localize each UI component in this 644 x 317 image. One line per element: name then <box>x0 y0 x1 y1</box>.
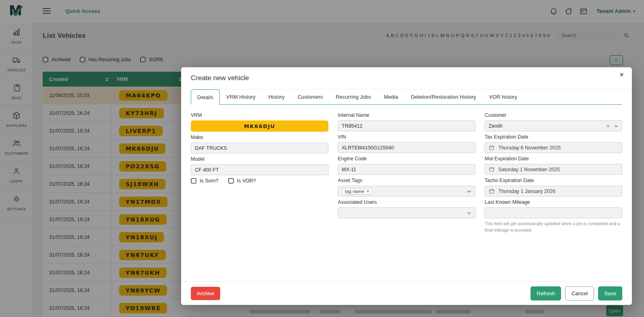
mileage-hint-text: This field will get automatically update… <box>485 220 622 233</box>
modal-title: Create new vehicle <box>191 74 249 82</box>
associated-users-select[interactable] <box>338 207 475 218</box>
modal-tabs: DetailsVRM HistoryHistoryCustomersRecurr… <box>191 89 622 105</box>
engine-code-input[interactable] <box>338 164 475 175</box>
asset-tags-field: Asset Tags tag name ✕ <box>338 178 475 197</box>
make-field: Make <box>191 135 328 153</box>
calendar-icon <box>489 145 495 151</box>
clear-customer-icon[interactable]: ✕ <box>606 123 610 128</box>
tab-customers[interactable]: Customers <box>291 89 329 104</box>
engine-code-field: Engine Code <box>338 156 475 175</box>
create-vehicle-modal: Create new vehicle ✕ DetailsVRM HistoryH… <box>181 67 632 305</box>
tax-expiration-input[interactable]: Thursday 6 November 2025 <box>485 142 622 153</box>
tab-history[interactable]: History <box>262 89 291 104</box>
make-input[interactable] <box>191 143 328 153</box>
chevron-down-icon <box>613 123 619 128</box>
mot-expiration-input[interactable]: Saturday 1 November 2025 <box>485 164 622 175</box>
archive-button[interactable]: Archive <box>191 287 220 300</box>
vin-field: VIN <box>338 134 475 153</box>
tab-vrm-history[interactable]: VRM History <box>220 89 262 104</box>
calendar-icon <box>489 188 495 194</box>
refresh-button[interactable]: Refresh <box>530 286 561 300</box>
tag-chip: tag name ✕ <box>342 188 373 195</box>
chevron-down-icon <box>466 189 472 194</box>
last-known-mileage-input[interactable] <box>485 207 622 218</box>
vrm-field: VRM <box>191 112 328 132</box>
tacho-expiration-field: Tacho Expiration Date Thursday 1 January… <box>485 178 622 197</box>
form-column-1: VRM Make Model Is Sorn? <box>191 112 328 184</box>
modal-header: Create new vehicle <box>181 67 632 89</box>
vehicle-form: VRM Make Model Is Sorn? <box>191 112 622 236</box>
footer-actions: Refresh Cancel Save <box>530 286 622 300</box>
vin-input[interactable] <box>338 142 475 153</box>
modal-footer: Archive Refresh Cancel Save <box>181 281 632 305</box>
asset-tags-select[interactable]: tag name ✕ <box>338 186 475 197</box>
cancel-button[interactable]: Cancel <box>565 286 594 300</box>
is-sorn-checkbox[interactable]: Is Sorn? <box>191 178 219 184</box>
tax-expiration-field: Tax Expiration Date Thursday 6 November … <box>485 134 622 153</box>
tab-deletion-restoration-history[interactable]: Deletion/Restoration History <box>405 89 483 104</box>
is-vor-checkbox[interactable]: Is VOR? <box>228 178 256 184</box>
save-button[interactable]: Save <box>598 286 622 300</box>
mot-expiration-field: Mot Expiration Date Saturday 1 November … <box>485 156 622 175</box>
tab-details[interactable]: Details <box>191 89 220 105</box>
checkbox-icon <box>228 178 234 184</box>
app-stage: M Quick Access <box>0 0 644 317</box>
internal-name-field: Internal Name <box>338 112 475 131</box>
internal-name-input[interactable] <box>338 120 475 131</box>
chevron-down-icon <box>466 210 472 215</box>
customer-field: Customer Zenith ✕ <box>485 112 622 131</box>
calendar-icon <box>489 166 495 172</box>
flags-row: Is Sorn? Is VOR? <box>191 178 328 184</box>
remove-tag-icon[interactable]: ✕ <box>366 189 369 193</box>
model-input[interactable] <box>191 164 328 175</box>
model-field: Model <box>191 156 328 175</box>
vrm-input[interactable] <box>191 120 328 132</box>
last-known-mileage-field: Last Known Mileage This field will get a… <box>485 199 622 233</box>
tab-media[interactable]: Media <box>377 89 404 104</box>
tacho-expiration-input[interactable]: Thursday 1 January 2026 <box>485 186 622 197</box>
close-icon[interactable]: ✕ <box>619 72 624 78</box>
tab-vor-history[interactable]: VOR history <box>483 89 524 104</box>
customer-select[interactable]: Zenith ✕ <box>485 120 622 131</box>
checkbox-icon <box>191 178 196 184</box>
tab-recurring-jobs[interactable]: Recurring Jobs <box>329 89 377 104</box>
form-column-3: Customer Zenith ✕ Tax Expiration Date Th… <box>485 112 622 236</box>
form-column-2: Internal Name VIN Engine Code Asset Tags… <box>338 112 475 221</box>
associated-users-field: Associated Users <box>338 199 475 218</box>
